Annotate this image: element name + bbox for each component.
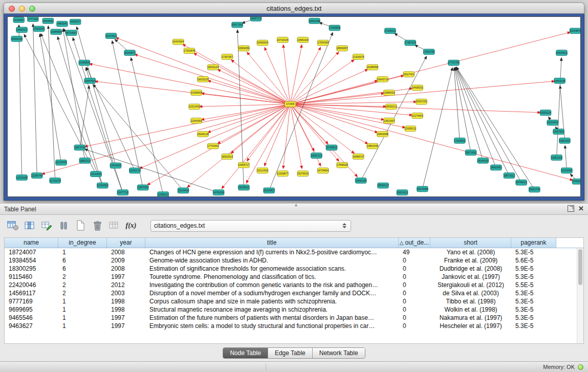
graph-node[interactable]: 10190820	[79, 60, 90, 65]
graph-node[interactable]: 21926974	[353, 54, 364, 60]
window-titlebar[interactable]: citations_edges.txt	[4, 3, 584, 14]
graph-node[interactable]: 18331129	[207, 64, 219, 70]
column-header-name[interactable]: name	[5, 238, 58, 248]
float-panel-icon[interactable]	[568, 205, 574, 212]
graph-node[interactable]: 20103456	[561, 168, 572, 173]
graph-node[interactable]: 21513432	[189, 104, 200, 110]
graph-node[interactable]: 19503612	[556, 50, 568, 56]
scrollbar-thumb[interactable]	[578, 249, 582, 285]
graph-node[interactable]: 14569117	[16, 27, 28, 33]
graph-node[interactable]: 18117421	[403, 72, 415, 77]
graph-node[interactable]: 18756021	[516, 180, 527, 185]
graph-node[interactable]: 18923514	[222, 154, 233, 160]
graph-node[interactable]: 22008121	[405, 126, 416, 132]
graph-node[interactable]: 16517342	[232, 22, 243, 28]
graph-node[interactable]: 17554300	[317, 40, 329, 46]
graph-node[interactable]: 12242179	[129, 168, 141, 173]
graph-node[interactable]: 18573112	[504, 173, 515, 179]
graph-node[interactable]: 19438292	[412, 85, 423, 91]
table-selector-dropdown[interactable]: citations_edges.txt	[150, 220, 351, 232]
graph-node[interactable]: 13129416	[178, 188, 189, 193]
column-header-short[interactable]: short	[430, 238, 511, 248]
graph-node[interactable]: 11283749	[31, 173, 42, 179]
graph-node[interactable]: 19801567	[559, 138, 570, 143]
graph-node[interactable]: 15950004	[257, 40, 268, 46]
graph-node[interactable]: 17042878	[184, 48, 195, 54]
table-scrollbar[interactable]	[577, 248, 583, 343]
graph-node[interactable]: 15452145	[355, 178, 366, 183]
table-row[interactable]: 911546021997Tourette syndrome. Phenomeno…	[5, 273, 583, 281]
graph-node[interactable]: 16015286	[417, 186, 428, 192]
graph-node[interactable]: 15234817	[264, 188, 275, 193]
graph-node[interactable]: 20708524	[326, 145, 337, 150]
panel-resize-grip[interactable]: ▲	[294, 203, 298, 207]
rows-icon[interactable]	[57, 219, 70, 232]
new-document-icon[interactable]	[74, 219, 87, 232]
graph-node[interactable]: 19357821	[553, 129, 564, 135]
delete-table-icon[interactable]	[91, 219, 104, 232]
graph-node[interactable]: 16582056	[238, 46, 249, 51]
column-header-out-degree[interactable]: △out_de...	[399, 238, 430, 248]
graph-node[interactable]: 19086053	[383, 90, 395, 96]
graph-node[interactable]: 18901743	[529, 187, 540, 192]
graph-node[interactable]: 18724007	[66, 30, 77, 36]
column-header-pagerank[interactable]: pagerank	[511, 238, 556, 248]
graph-node[interactable]: 12424939	[110, 163, 121, 168]
graph-node[interactable]: 22420046	[33, 26, 45, 32]
graph-node[interactable]: 22544363	[191, 118, 202, 123]
graph-node[interactable]: 18244316	[477, 158, 489, 163]
graph-node[interactable]: 19015225	[198, 77, 209, 82]
graph-node[interactable]: 12807593	[137, 185, 148, 190]
graph-node[interactable]: 20557213	[311, 153, 322, 159]
graph-node[interactable]: 18071892	[465, 150, 476, 156]
table-row[interactable]: 2242004622012Investigating the contribut…	[5, 281, 583, 289]
graph-node[interactable]: 9463627	[70, 19, 81, 25]
graph-node[interactable]: 20037251	[416, 99, 427, 104]
graph-node[interactable]: 17205512	[384, 28, 396, 34]
graph-node[interactable]: 12610651	[91, 171, 102, 177]
graph-node[interactable]: 19581903	[297, 37, 309, 42]
graph-node[interactable]: 17357067	[222, 54, 233, 60]
graph-node[interactable]: 19965717	[238, 162, 249, 168]
tab-edge-table[interactable]: Edge Table	[268, 348, 313, 358]
graph-node[interactable]: 16906128	[198, 132, 209, 137]
graph-node[interactable]: 20254871	[570, 28, 580, 34]
table-row[interactable]: 946554611997Estimation of the future num…	[5, 314, 583, 322]
graph-node[interactable]: 19203412	[547, 120, 558, 125]
function-builder-icon[interactable]: f(x)	[124, 219, 138, 232]
graph-node[interactable]: 17563782	[423, 49, 434, 55]
graph-node[interactable]: 20732625	[277, 37, 288, 42]
graph-node[interactable]: 21069877	[277, 171, 288, 177]
graph-node[interactable]: 16832456	[309, 18, 320, 24]
graph-node[interactable]: 10673766	[74, 145, 85, 150]
graph-node[interactable]: 11920062	[97, 183, 108, 188]
graph-node[interactable]: 20809088	[377, 132, 388, 137]
column-header-title[interactable]: title	[145, 238, 399, 248]
network-canvas[interactable]: 1724051853021219086053206437191628845821…	[8, 17, 580, 196]
graph-node[interactable]: 15660127	[378, 183, 389, 188]
graph-node[interactable]: 16433904	[172, 39, 184, 45]
graph-node[interactable]: 15823013	[397, 190, 408, 195]
graph-node[interactable]: 12077710	[117, 190, 128, 195]
graph-node[interactable]: 12958121	[158, 192, 169, 196]
graph-node[interactable]: 18988737	[353, 154, 364, 160]
graph-node[interactable]: 11731074	[50, 178, 61, 183]
close-panel-icon[interactable]: ✕	[578, 205, 584, 212]
table-row[interactable]: 1872400712008Changes of HCN gene express…	[5, 248, 583, 256]
graph-node[interactable]: 19653234	[554, 78, 565, 83]
graph-node[interactable]: 19861545	[367, 143, 378, 149]
graph-node[interactable]: 19952143	[551, 155, 562, 161]
graph-node[interactable]: 18410951	[490, 165, 502, 170]
graph-node[interactable]: 21174963	[412, 113, 423, 119]
column-header-year[interactable]: year	[107, 238, 145, 248]
table-row[interactable]: 946362711997Embryonic stem cells: a mode…	[5, 322, 583, 330]
graph-node[interactable]: 18300295	[11, 36, 23, 42]
table-row[interactable]: 1456911722003Disruption of a novel membe…	[5, 289, 583, 297]
graph-node[interactable]: 16172612	[105, 33, 117, 39]
graph-node[interactable]: 9777169	[27, 17, 38, 21]
graph-node[interactable]: 19053126	[540, 110, 551, 116]
graph-node[interactable]: 10447503	[84, 78, 96, 83]
graph-node[interactable]: 15376516	[297, 171, 309, 177]
graph-node[interactable]: 172405	[285, 101, 296, 107]
graph-node[interactable]: 15056512	[238, 185, 249, 190]
